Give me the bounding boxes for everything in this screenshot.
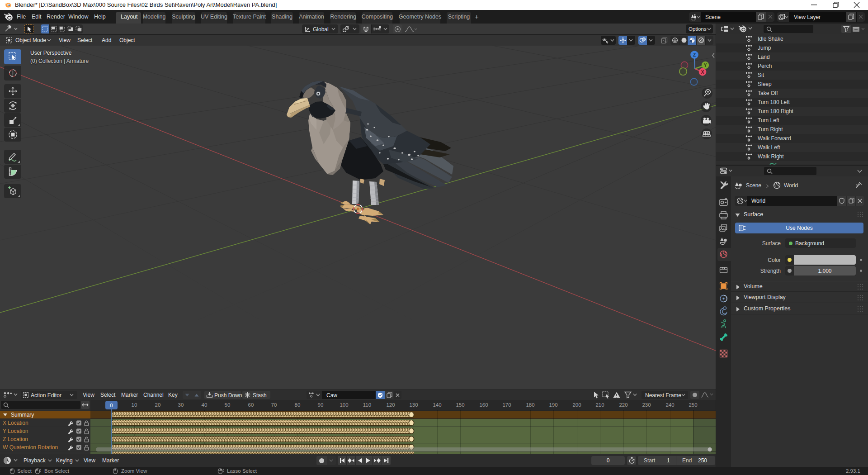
svg-text:250: 250: [689, 402, 697, 408]
svg-text:230: 230: [642, 402, 651, 408]
svg-text:160: 160: [479, 402, 488, 408]
svg-text:80: 80: [295, 402, 301, 408]
svg-text:W Quaternion Rotation: W Quaternion Rotation: [3, 444, 58, 451]
svg-text:120: 120: [386, 402, 395, 408]
svg-text:220: 220: [619, 402, 627, 408]
svg-text:X: X: [701, 70, 704, 75]
svg-text:30: 30: [178, 402, 184, 408]
svg-text:60: 60: [248, 402, 254, 408]
svg-text:100: 100: [340, 402, 348, 408]
svg-text:130: 130: [409, 402, 418, 408]
svg-text:20: 20: [155, 402, 161, 408]
svg-text:180: 180: [526, 402, 534, 408]
svg-text:140: 140: [433, 402, 441, 408]
svg-text:Z: Z: [693, 52, 696, 57]
svg-text:10: 10: [132, 402, 137, 408]
svg-text:50: 50: [225, 402, 231, 408]
svg-text:150: 150: [456, 402, 464, 408]
svg-text:X Location: X Location: [3, 420, 28, 426]
svg-text:200: 200: [572, 402, 581, 408]
svg-text:90: 90: [318, 402, 324, 408]
svg-text:Y Location: Y Location: [3, 428, 28, 434]
svg-text:Summary: Summary: [11, 412, 34, 418]
svg-text:Y: Y: [704, 63, 707, 68]
svg-text:40: 40: [202, 402, 208, 408]
svg-text:70: 70: [271, 402, 277, 408]
svg-text:210: 210: [595, 402, 604, 408]
svg-text:0: 0: [110, 403, 113, 408]
svg-text:110: 110: [363, 402, 371, 408]
svg-text:Z Location: Z Location: [3, 436, 28, 442]
svg-text:170: 170: [502, 402, 511, 408]
svg-text:240: 240: [665, 402, 674, 408]
svg-text:190: 190: [549, 402, 557, 408]
